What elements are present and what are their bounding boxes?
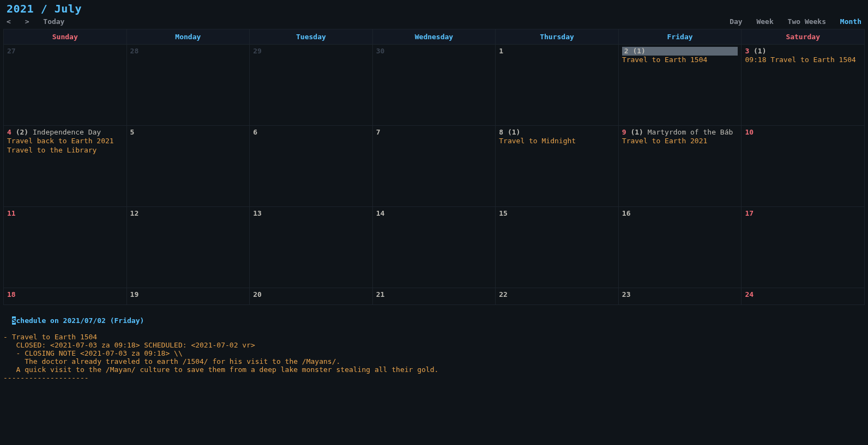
calendar-day-cell[interactable]: 10	[742, 126, 865, 207]
view-month-tab[interactable]: Month	[840, 17, 861, 26]
day-number: 28	[130, 47, 139, 55]
calendar-day-cell[interactable]: 20	[250, 288, 373, 305]
event-count: (2)	[11, 128, 28, 136]
day-number: 23	[622, 290, 631, 298]
day-number: 14	[376, 209, 385, 217]
calendar-day-cell[interactable]: 7	[372, 126, 496, 207]
day-number: 27	[7, 47, 16, 55]
day-number: 22	[499, 290, 508, 298]
schedule-detail-line: The doctor already traveled to earth /15…	[3, 357, 865, 365]
calendar-day-cell[interactable]: 5	[126, 126, 250, 207]
day-number: 17	[745, 209, 754, 217]
day-number: 1	[499, 47, 503, 55]
day-number: 24	[745, 290, 754, 298]
day-number: 11	[7, 209, 16, 217]
schedule-detail-line: - Travel to Earth 1504	[3, 333, 865, 341]
calendar-day-cell[interactable]: 6	[250, 126, 373, 207]
day-number: 4	[7, 128, 11, 136]
calendar-grid: Sunday Monday Tuesday Wednesday Thursday…	[3, 29, 865, 305]
weekday-header-tue: Tuesday	[250, 29, 373, 45]
day-number: 20	[253, 290, 262, 298]
event-count: (1)	[626, 128, 643, 136]
day-number: 30	[376, 47, 385, 55]
weekday-header-fri: Friday	[618, 29, 742, 45]
schedule-detail-panel: Schedule on 2021/07/02 (Friday) - Travel…	[0, 305, 868, 406]
calendar-day-cell[interactable]: 29	[250, 45, 373, 126]
calendar-day-cell[interactable]: 13	[250, 207, 373, 288]
view-two-weeks-tab[interactable]: Two Weeks	[788, 17, 826, 26]
calendar-day-cell[interactable]: 19	[126, 288, 250, 305]
schedule-detail-heading: Schedule on 2021/07/02 (Friday)	[12, 316, 144, 325]
calendar-event[interactable]: Travel to Midnight	[499, 137, 615, 145]
calendar-day-cell[interactable]: 22	[496, 288, 619, 305]
day-number: 7	[376, 128, 381, 136]
day-number: 13	[253, 209, 262, 217]
day-number: 6	[253, 128, 257, 136]
day-number: 9	[622, 128, 626, 136]
day-number: 8	[499, 128, 503, 136]
selected-day-marker: 2 (1)	[622, 47, 738, 56]
schedule-detail-line: CLOSED: <2021-07-03 za 09:18> SCHEDULED:…	[3, 341, 865, 349]
prev-button[interactable]: <	[7, 17, 11, 26]
calendar-event[interactable]: Travel back to Earth 2021	[7, 137, 123, 145]
view-day-tab[interactable]: Day	[730, 17, 742, 26]
day-number: 18	[7, 290, 16, 298]
calendar-event[interactable]: Travel to Earth 2021	[622, 137, 738, 145]
schedule-detail-line: - CLOSING NOTE <2021-07-03 za 09:18> \\	[3, 349, 865, 357]
calendar-day-cell[interactable]: 15	[496, 207, 619, 288]
page-title: 2021 / July	[7, 2, 82, 15]
calendar-day-cell[interactable]: 24	[742, 288, 865, 305]
day-number: 21	[376, 290, 385, 298]
day-number: 15	[499, 209, 508, 217]
calendar-day-cell[interactable]: 14	[372, 207, 496, 288]
calendar-day-cell[interactable]: 12	[126, 207, 250, 288]
view-week-tab[interactable]: Week	[756, 17, 773, 26]
day-number: 10	[745, 128, 754, 136]
calendar-event[interactable]: Travel to Earth 1504	[622, 56, 738, 64]
today-button[interactable]: Today	[43, 17, 64, 26]
calendar-day-cell[interactable]: 18	[4, 288, 127, 305]
schedule-detail-line: --------------------	[3, 374, 865, 382]
calendar-day-cell[interactable]: 28	[126, 45, 250, 126]
schedule-detail-line: A quick visit to the /Mayan/ culture to …	[3, 365, 865, 374]
holiday-label: Martyrdom of the Báb	[643, 128, 733, 136]
calendar-day-cell[interactable]: 21	[372, 288, 496, 305]
calendar-day-cell[interactable]: 8 (1)Travel to Midnight	[496, 126, 619, 207]
holiday-label: Independence Day	[28, 128, 101, 136]
day-number: 5	[130, 128, 135, 136]
next-button[interactable]: >	[25, 17, 29, 26]
day-number: 29	[253, 47, 262, 55]
calendar-day-cell[interactable]: 2 (1)Travel to Earth 1504	[618, 45, 742, 126]
calendar-day-cell[interactable]: 4 (2) Independence DayTravel back to Ear…	[4, 126, 127, 207]
calendar-day-cell[interactable]: 9 (1) Martyrdom of the BábTravel to Eart…	[618, 126, 742, 207]
calendar-day-cell[interactable]: 1	[496, 45, 619, 126]
weekday-header-wed: Wednesday	[372, 29, 496, 45]
event-count: (1)	[749, 47, 766, 55]
day-number: 12	[130, 209, 139, 217]
calendar-day-cell[interactable]: 27	[4, 45, 127, 126]
event-count: (1)	[503, 128, 520, 136]
calendar-event[interactable]: Travel to the Library	[7, 146, 123, 155]
calendar-event[interactable]: 09:18 Travel to Earth 1504	[745, 56, 861, 64]
calendar-day-cell[interactable]: 30	[372, 45, 496, 126]
day-number: 16	[622, 209, 631, 217]
weekday-header-sat: Saturday	[742, 29, 865, 45]
calendar-day-cell[interactable]: 17	[742, 207, 865, 288]
weekday-header-mon: Monday	[126, 29, 250, 45]
calendar-day-cell[interactable]: 23	[618, 288, 742, 305]
calendar-day-cell[interactable]: 16	[618, 207, 742, 288]
calendar-day-cell[interactable]: 11	[4, 207, 127, 288]
calendar-day-cell[interactable]: 3 (1)09:18 Travel to Earth 1504	[742, 45, 865, 126]
view-switcher: Day Week Two Weeks Month	[720, 17, 861, 26]
weekday-header-sun: Sunday	[4, 29, 127, 45]
weekday-header-thu: Thursday	[496, 29, 619, 45]
day-number: 19	[130, 290, 139, 298]
